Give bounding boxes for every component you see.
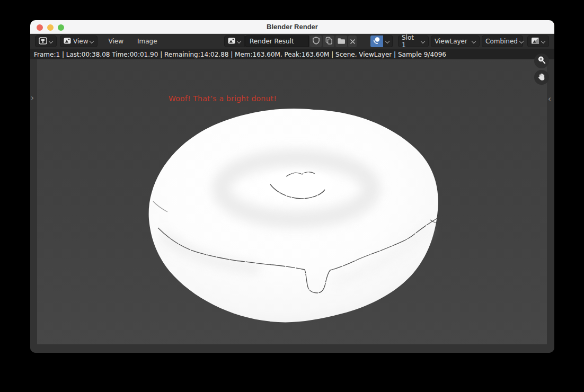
- view-layer-label: ViewLayer: [435, 38, 467, 45]
- chevron-down-icon: [49, 40, 53, 43]
- menu-image[interactable]: Image: [134, 38, 161, 45]
- folder-icon: [337, 37, 346, 47]
- render-pass-label: Combined: [485, 38, 518, 45]
- view-layer-dropdown[interactable]: ViewLayer: [431, 35, 480, 47]
- header-center-group: Render Result: [224, 35, 357, 47]
- x-icon: [350, 37, 356, 47]
- image-name-field[interactable]: Render Result: [245, 35, 309, 47]
- region-expand-right-icon[interactable]: ‹: [548, 95, 551, 103]
- new-image-button[interactable]: [323, 35, 334, 47]
- header-left-group: View View Image: [35, 35, 161, 47]
- image-icon: [228, 38, 235, 46]
- zoom-gizmo-button[interactable]: [534, 54, 549, 68]
- gizmo-sphere-icon: [373, 36, 381, 47]
- render-pass-dropdown[interactable]: Combined: [482, 35, 523, 47]
- image-icon: [64, 38, 71, 46]
- chevron-down-icon: [421, 40, 425, 43]
- browse-image-dropdown[interactable]: [224, 35, 245, 47]
- shield-icon: [312, 37, 320, 47]
- slot-dropdown[interactable]: Slot 1: [398, 35, 429, 47]
- titlebar[interactable]: Blender Render: [30, 20, 554, 34]
- render-viewport[interactable]: Woof! That’s a bright donut!: [37, 59, 547, 344]
- region-expand-left-icon[interactable]: ›: [31, 94, 34, 102]
- chevron-down-icon: [90, 40, 94, 43]
- chevron-down-icon: [472, 40, 476, 43]
- unlink-image-button[interactable]: [348, 35, 357, 47]
- show-gizmos-toggle[interactable]: [370, 35, 383, 47]
- gizmos-dropdown[interactable]: [383, 35, 393, 47]
- slot-dropdown-label: Slot 1: [402, 34, 419, 49]
- header-right-group: Slot 1 ViewLayer Combined: [370, 35, 549, 47]
- script-overlay-message: Woof! That’s a bright donut!: [169, 94, 277, 103]
- mode-dropdown[interactable]: View: [60, 35, 98, 47]
- window-title: Blender Render: [30, 23, 554, 31]
- editor-type-dropdown[interactable]: [35, 35, 57, 47]
- chevron-down-icon: [520, 40, 524, 43]
- image-editor-region: Woof! That’s a bright donut! › ‹: [30, 59, 554, 353]
- rendered-donut-image: [37, 59, 547, 344]
- chevron-down-icon: [542, 40, 545, 43]
- magnifier-plus-icon: [537, 55, 546, 67]
- pan-gizmo-button[interactable]: [534, 70, 549, 85]
- mode-dropdown-label: View: [73, 38, 88, 45]
- fake-user-button[interactable]: [310, 35, 322, 47]
- chevron-down-icon: [386, 40, 390, 43]
- display-channels-dropdown[interactable]: [527, 35, 549, 47]
- blender-render-window: Blender Render: [30, 20, 554, 353]
- image-editor-header: View View Image Render Result: [30, 34, 554, 49]
- hand-icon: [537, 72, 546, 83]
- menu-view[interactable]: View: [105, 38, 126, 45]
- duplicate-icon: [325, 37, 333, 47]
- open-image-button[interactable]: [335, 35, 347, 47]
- chevron-down-icon: [237, 40, 241, 43]
- render-stats-bar: Frame:1 | Last:00:38.08 Time:00:01.90 | …: [30, 49, 554, 59]
- render-stats-text: Frame:1 | Last:00:38.08 Time:00:01.90 | …: [34, 51, 446, 58]
- image-alpha-icon: [531, 37, 539, 46]
- image-editor-icon: [39, 37, 47, 46]
